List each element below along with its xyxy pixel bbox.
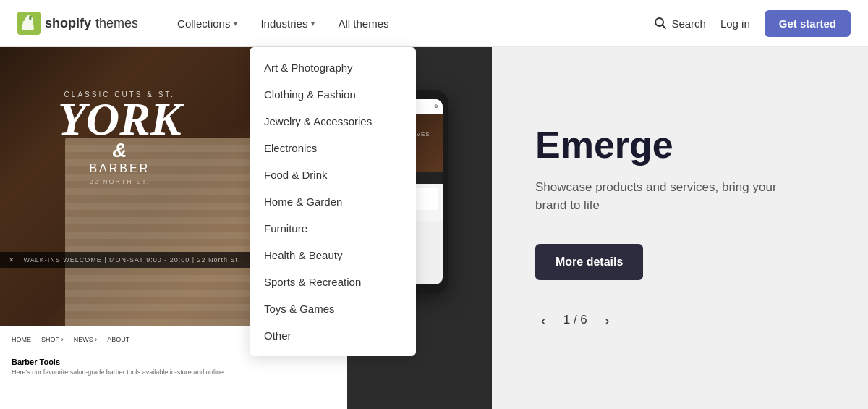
theme-description: Showcase products and services, bring yo…	[535, 178, 810, 215]
dropdown-item-other[interactable]: Other	[250, 322, 416, 349]
theme-name: Emerge	[535, 125, 825, 166]
dropdown-item-furniture[interactable]: Furniture	[250, 215, 416, 242]
preview-product-title: Barber Tools	[12, 358, 336, 366]
logo-brand-text: shopify	[45, 16, 91, 31]
dropdown-item-toys[interactable]: Toys & Games	[250, 295, 416, 322]
prev-page-button[interactable]: ‹	[535, 309, 552, 332]
search-icon	[654, 17, 667, 30]
industries-nav-item[interactable]: Industries ▾	[250, 12, 325, 35]
right-panel: Emerge Showcase products and services, b…	[492, 47, 868, 409]
preview-product-desc: Here's our favourite salon-grade barber …	[12, 368, 336, 376]
svg-line-2	[663, 25, 666, 29]
dropdown-item-food[interactable]: Food & Drink	[250, 161, 416, 188]
main-content: CLASSIC CUTS & ST. YORK & BARBER 22 NORT…	[0, 47, 868, 409]
dropdown-item-jewelry[interactable]: Jewelry & Accessories	[250, 108, 416, 135]
industries-chevron-icon: ▾	[311, 20, 315, 28]
header-right: Search Log in Get started	[654, 10, 851, 37]
dropdown-item-health[interactable]: Health & Beauty	[250, 242, 416, 269]
barber-label: BARBER	[58, 162, 182, 175]
dropdown-item-sports[interactable]: Sports & Recreation	[250, 269, 416, 295]
shopify-logo-icon	[17, 12, 41, 35]
collections-nav-item[interactable]: Collections ▾	[167, 12, 247, 35]
dropdown-item-art[interactable]: Art & Photography	[250, 54, 416, 81]
more-details-button[interactable]: More details	[535, 244, 643, 280]
search-button[interactable]: Search	[654, 17, 706, 30]
walkins-x-icon: ✕	[9, 256, 15, 263]
desktop-nav-items: HOME SHOP › NEWS › ABOUT	[12, 336, 129, 343]
dropdown-item-clothing[interactable]: Clothing & Fashion	[250, 81, 416, 108]
main-nav: Collections ▾ Industries ▾ All themes	[167, 12, 654, 35]
walkins-text: WALK-INS WELCOME | MON-SAT 9:00 - 20:00 …	[24, 256, 241, 263]
dropdown-item-home[interactable]: Home & Garden	[250, 188, 416, 215]
header: shopify themes Collections ▾ Industries …	[0, 0, 868, 47]
get-started-button[interactable]: Get started	[765, 10, 851, 37]
all-themes-nav-item[interactable]: All themes	[328, 12, 399, 35]
barber-text-overlay: CLASSIC CUTS & ST. YORK & BARBER 22 NORT…	[58, 90, 182, 185]
theme-preview: CLASSIC CUTS & ST. YORK & BARBER 22 NORT…	[0, 47, 492, 409]
barber-york-text: YORK	[58, 98, 182, 140]
industries-dropdown: Art & Photography Clothing & Fashion Jew…	[250, 47, 416, 356]
barber-classic-text: CLASSIC CUTS & ST.	[58, 90, 182, 98]
next-page-button[interactable]: ›	[599, 309, 616, 332]
logo-sub-text: themes	[95, 16, 138, 31]
logo[interactable]: shopify themes	[17, 12, 138, 35]
page-indicator: 1 / 6	[563, 313, 587, 327]
login-button[interactable]: Log in	[720, 17, 750, 30]
barber-address: 22 NORTH ST.	[58, 178, 182, 185]
dropdown-item-electronics[interactable]: Electronics	[250, 135, 416, 161]
pagination: ‹ 1 / 6 ›	[535, 309, 825, 332]
collections-chevron-icon: ▾	[234, 20, 237, 28]
